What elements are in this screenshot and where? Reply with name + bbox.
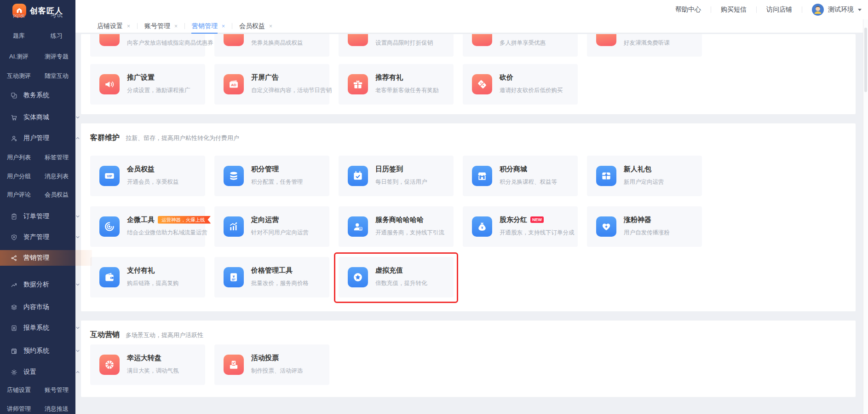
- panel-retention: 客群维护 拉新、留存，提高用户粘性转化为付费用户 VIP 会员权益 开通会员，享…: [81, 123, 856, 311]
- tab-label: 账号管理: [144, 22, 170, 30]
- calendar-check-icon: [348, 166, 368, 186]
- sidebar-item-shezhi[interactable]: 设置: [0, 367, 92, 378]
- card-title: 推荐有礼: [375, 73, 403, 82]
- sidebar-subitem-suitang-hudong[interactable]: 随堂互动: [38, 72, 75, 80]
- redeem-icon: [224, 34, 244, 46]
- feature-card-xuni-chongzhi[interactable]: 虚拟充值 倍数充值，提升转化: [339, 257, 454, 297]
- tab-label: 会员权益: [239, 22, 265, 30]
- sidebar-subitem-yonghu-fenzu[interactable]: 用户分组: [0, 172, 38, 181]
- close-icon[interactable]: ×: [127, 23, 130, 29]
- sidebar-subitem-yonghu-liebiao[interactable]: 用户列表: [0, 153, 38, 162]
- chevron-down-icon: [75, 281, 86, 288]
- scrollbar-track[interactable]: [863, 19, 868, 414]
- sidebar-item-dingdan[interactable]: 订单管理: [0, 211, 92, 222]
- wecom-icon: [99, 216, 120, 237]
- feature-card-redeem[interactable]: 凭券兑换商品或权益: [214, 34, 329, 57]
- sidebar-item-yonghu-guanli[interactable]: 用户管理: [0, 133, 92, 144]
- card-title: 虚拟充值: [375, 266, 403, 275]
- feature-card-discount[interactable]: 设置商品限时打折促销: [339, 34, 454, 57]
- feature-card-tuiguang-shezhi[interactable]: 推广设置 分成设置，激励课程推广: [90, 64, 205, 105]
- card-desc: 邀请好友砍价后低价购买: [500, 87, 563, 94]
- hot-badge: 运营神器，火爆上线: [158, 216, 211, 224]
- card-title: 活动投票: [251, 353, 279, 362]
- feature-card-zhifu-youli[interactable]: 支付有礼 购后链路，提高复购: [90, 257, 205, 297]
- help-center-link[interactable]: 帮助中心: [666, 6, 711, 14]
- feature-card-huiyuan-quanyi[interactable]: VIP 会员权益 开通会员，享受权益: [90, 156, 205, 196]
- sidebar-item-zichan[interactable]: 资产管理: [0, 232, 92, 243]
- sidebar-subitem-zhanghao-guanli[interactable]: 账号管理: [38, 386, 75, 394]
- moneybag-icon: ¥: [472, 216, 492, 237]
- feature-card-huodong-toupiao[interactable]: 活动投票 制作投票、活动评选: [214, 344, 329, 385]
- sidebar-subitem-xiaoxi-tuisong[interactable]: 消息推送: [38, 405, 75, 413]
- tab-zhanghao-guanli[interactable]: 账号管理×: [138, 19, 184, 33]
- feature-card-kanjia[interactable]: 砍价 邀请好友砍价后低价购买: [463, 64, 578, 105]
- feature-card-xingyun-dazhuanpan[interactable]: 幸运大转盘 满目大奖，调动气氛: [90, 344, 205, 385]
- sidebar-item-yingxiao-active[interactable]: 营销管理: [0, 250, 92, 266]
- sidebar-subitem-xiaoxi-liebiao[interactable]: 消息列表: [38, 172, 75, 181]
- feature-card-coupon[interactable]: 向客户发放店铺或指定商品优惠券: [90, 34, 205, 57]
- tab-dianpu-shezhi[interactable]: 店铺设置×: [90, 19, 137, 33]
- feature-card-zhangfen-shenqi[interactable]: 涨粉神器 用户自发传播涨粉: [587, 206, 702, 247]
- card-desc: 多人拼单享受优惠: [500, 39, 546, 47]
- star-circle-icon: [348, 267, 368, 287]
- tab-huiyuan-quanyi[interactable]: 会员权益×: [232, 19, 279, 33]
- sidebar-subitem-hudong-ceping[interactable]: 互动测评: [0, 72, 38, 80]
- fu-glyph: 服: [360, 228, 362, 230]
- sidebar-item-neirong-shichang[interactable]: 内容市场: [0, 302, 92, 313]
- feature-card-tuijian-youli[interactable]: 推荐有礼 老客带新客做任务有奖励: [339, 64, 454, 105]
- close-icon[interactable]: ×: [269, 23, 272, 29]
- feature-card-jifen-shangcheng[interactable]: 积分商城 积分兑换课程、权益等: [463, 156, 578, 196]
- scrollbar-thumb[interactable]: [864, 28, 867, 92]
- sidebar-subitem-huiyuan-quanyi[interactable]: 会员权益: [38, 191, 75, 199]
- trend-icon: [10, 281, 18, 289]
- tab-yingxiao-guanli[interactable]: 营销管理×: [185, 19, 232, 33]
- sidebar-subitem[interactable]: 阅读: [0, 14, 38, 19]
- card-desc: 凭券兑换商品或权益: [251, 39, 303, 47]
- sidebar-subitem-biaoqian-guanli[interactable]: 标签管理: [38, 153, 75, 162]
- sidebar-item-shiti-shangcheng[interactable]: 实体商城: [0, 112, 92, 123]
- card-desc: 倍数充值，提升转化: [375, 280, 427, 287]
- sidebar-subitem-yonghu-pinglun[interactable]: 用户评论: [0, 191, 38, 199]
- card-desc: 针对不同用户定向运营: [251, 229, 309, 237]
- sidebar-subitem[interactable]: 考试: [38, 14, 75, 19]
- feature-card-gudong-fenhong[interactable]: ¥ 股东分红NEW 开通股东，支持线下订单分成: [463, 206, 578, 247]
- card-desc: 自定义弹框内容，活动节日营销: [251, 87, 332, 94]
- buy-sms-link[interactable]: 购买短信: [711, 6, 756, 14]
- sidebar-subitem-ai-ceping[interactable]: AI.测评: [0, 52, 38, 61]
- sidebar-subitem-dianpu-shezhi[interactable]: 店铺设置: [0, 386, 38, 394]
- card-desc: 满目大奖，调动气氛: [127, 367, 179, 375]
- sidebar-subitem-lianxi[interactable]: 练习: [38, 32, 75, 40]
- card-title: 服务商哈哈哈哈: [375, 215, 424, 224]
- sidebar-item-shuju-fenxi[interactable]: 数据分析: [0, 279, 92, 290]
- tab-label: 店铺设置: [97, 22, 123, 30]
- visit-shop-link[interactable]: 访问店铺: [757, 6, 802, 14]
- feature-card-qiwei-gongju[interactable]: 企微工具运营神器，火爆上线 结合企业微信助力私域流量运营: [90, 206, 205, 247]
- sidebar-item-jiaowu[interactable]: 教务系统: [0, 90, 92, 101]
- sidebar-subitem-tiku[interactable]: 题库: [0, 32, 38, 40]
- feature-card-kaiping-guanggao[interactable]: AD 开屏广告 自定义弹框内容，活动节日营销: [214, 64, 329, 105]
- close-icon[interactable]: ×: [222, 23, 225, 29]
- store-icon: [472, 166, 492, 186]
- sidebar-item-label: 实体商城: [23, 113, 49, 122]
- megaphone-icon: [99, 74, 120, 94]
- feature-card-jifen-guanli[interactable]: 积分管理 积分配置，任务管理: [214, 156, 329, 196]
- chevron-down-icon: [75, 347, 86, 355]
- feature-card-rili-qiandao[interactable]: 日历签到 每日签到，促活用户: [339, 156, 454, 196]
- feature-card-groupbuy[interactable]: 多人拼单享受优惠: [463, 34, 578, 57]
- user-menu[interactable]: 测试环境: [802, 4, 862, 16]
- card-title: 定向运营: [251, 215, 279, 224]
- vip-glyph: VIP: [107, 175, 112, 178]
- card-desc: 每日签到，促活用户: [375, 178, 427, 186]
- sidebar-item-baodan[interactable]: 报单系统: [0, 322, 92, 333]
- sidebar-subitem-ceping-zhuanti[interactable]: 测评专题: [38, 52, 75, 61]
- sidebar-subitem-jiangshi-guanli[interactable]: 讲师管理: [0, 405, 38, 413]
- feature-card-fuwushang[interactable]: 服 服务商哈哈哈哈 开通服务商，支持线下引流: [339, 206, 454, 247]
- close-icon[interactable]: ×: [174, 23, 178, 29]
- feature-card-jiage-guanli[interactable]: ¥ 价格管理工具 批量改价，服务商价格: [214, 257, 329, 297]
- feature-card-dingxiang-yunying[interactable]: 定向运营 针对不同用户定向运营: [214, 206, 329, 247]
- sidebar-item-yuyue[interactable]: 预约系统: [0, 345, 92, 356]
- sidebar-item-label: 预约系统: [23, 347, 49, 355]
- feature-card-water[interactable]: 好友灌溉免费听课: [587, 34, 702, 57]
- feature-card-xinren-libao[interactable]: 新人礼包 新用户定向运营: [587, 156, 702, 196]
- card-desc: 开通服务商，支持线下引流: [375, 229, 444, 237]
